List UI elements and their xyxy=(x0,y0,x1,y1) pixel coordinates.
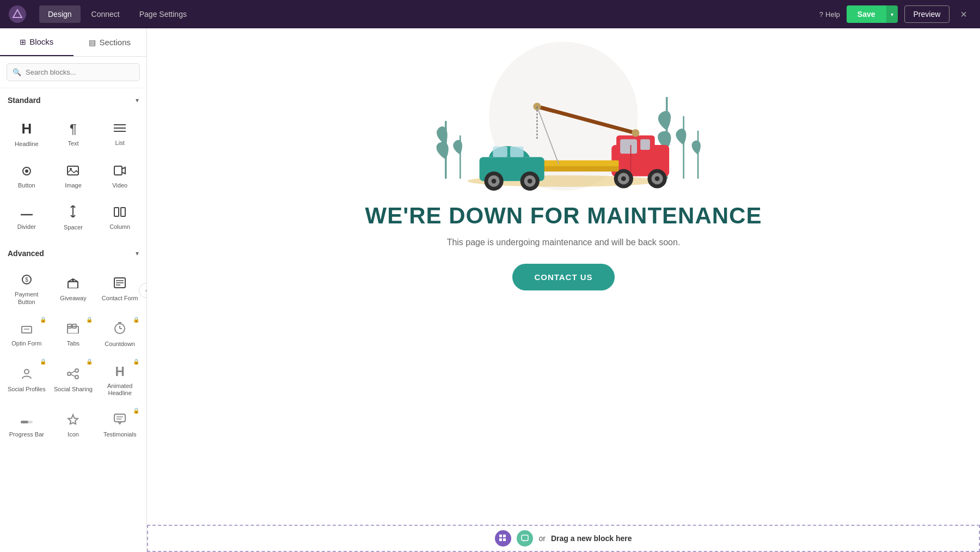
block-text[interactable]: ¶ Text xyxy=(51,112,96,154)
svg-rect-77 xyxy=(503,538,506,541)
blocks-tab-icon: ⊞ xyxy=(20,38,26,46)
icon-block-icon xyxy=(67,414,79,428)
search-input[interactable] xyxy=(26,68,134,76)
block-icon[interactable]: Icon xyxy=(51,405,96,444)
countdown-icon xyxy=(114,322,126,337)
nav-tab-connect[interactable]: Connect xyxy=(83,5,128,23)
contact-form-icon xyxy=(114,277,126,292)
svg-rect-10 xyxy=(114,208,119,216)
block-testimonials[interactable]: 🔒 Testimonials xyxy=(97,405,142,444)
block-social-profiles[interactable]: 🔒 Social Profiles xyxy=(4,356,49,403)
svg-rect-66 xyxy=(493,147,507,157)
svg-point-32 xyxy=(75,375,78,379)
svg-line-34 xyxy=(71,374,75,377)
nav-right: ? Help Save ▾ Preview × xyxy=(819,5,971,23)
standard-section-header[interactable]: Standard ▾ xyxy=(0,88,146,110)
svg-rect-7 xyxy=(114,166,122,175)
block-payment-button[interactable]: $ Payment Button xyxy=(4,265,49,311)
svg-point-54 xyxy=(621,176,626,181)
list-label: List xyxy=(115,139,125,147)
preview-button[interactable]: Preview xyxy=(904,5,950,23)
svg-point-15 xyxy=(72,279,74,281)
standard-chevron-icon: ▾ xyxy=(136,96,139,104)
icon-block-label: Icon xyxy=(68,431,79,438)
drag-chat-icon[interactable] xyxy=(517,530,533,547)
block-image[interactable]: Image xyxy=(51,156,96,195)
image-icon xyxy=(67,165,79,179)
spacer-label: Spacer xyxy=(64,224,83,231)
testimonials-icon xyxy=(114,414,126,428)
svg-rect-78 xyxy=(522,535,528,541)
tab-blocks[interactable]: ⊞ Blocks xyxy=(0,28,74,56)
block-video[interactable]: Video xyxy=(97,156,142,195)
maintenance-subtext: This page is undergoing maintenance and … xyxy=(447,238,681,247)
advanced-chevron-icon: ▾ xyxy=(136,250,139,257)
tabs-icon xyxy=(67,323,79,337)
contact-us-button[interactable]: CONTACT US xyxy=(512,264,614,290)
svg-point-4 xyxy=(25,169,28,173)
nav-tab-page-settings[interactable]: Page Settings xyxy=(131,5,195,23)
social-sharing-label: Social Sharing xyxy=(54,386,93,393)
search-wrap: 🔍 xyxy=(7,63,140,81)
social-sharing-icon xyxy=(67,368,79,383)
giveaway-label: Giveaway xyxy=(60,295,86,302)
svg-point-61 xyxy=(632,129,639,137)
sidebar: ⊞ Blocks ▤ Sections 🔍 Standard ▾ H Head xyxy=(0,28,147,552)
save-button[interactable]: Save xyxy=(847,5,886,23)
svg-point-31 xyxy=(68,372,71,375)
logo-icon[interactable] xyxy=(9,5,26,23)
canvas-area: WE'RE DOWN FOR MAINTENANCE This page is … xyxy=(147,28,980,552)
svg-rect-74 xyxy=(499,535,502,537)
testimonials-label: Testimonials xyxy=(103,431,137,438)
block-spacer[interactable]: Spacer xyxy=(51,197,96,237)
svg-point-57 xyxy=(655,176,660,181)
video-label: Video xyxy=(112,182,127,189)
standard-label: Standard xyxy=(8,96,41,105)
nav-tab-design[interactable]: Design xyxy=(39,5,81,23)
social-profiles-label: Social Profiles xyxy=(8,386,46,393)
sidebar-tabs: ⊞ Blocks ▤ Sections xyxy=(0,28,146,57)
advanced-block-grid: $ Payment Button Giveaway Contact Form xyxy=(0,263,146,448)
optin-form-icon xyxy=(21,323,32,337)
tab-sections[interactable]: ▤ Sections xyxy=(74,28,147,56)
advanced-section-header[interactable]: Advanced ▾ xyxy=(0,241,146,263)
drag-or-label: or xyxy=(538,534,545,543)
drag-grid-icon[interactable] xyxy=(495,530,511,547)
block-animated-headline[interactable]: 🔒 H Animated Headline xyxy=(97,356,142,403)
save-dropdown-button[interactable]: ▾ xyxy=(886,5,898,23)
svg-rect-67 xyxy=(510,147,524,157)
countdown-lock-icon: 🔒 xyxy=(133,317,139,323)
svg-line-33 xyxy=(71,371,75,373)
block-progress-bar[interactable]: Progress Bar xyxy=(4,405,49,444)
close-button[interactable]: × xyxy=(956,6,971,23)
top-nav: Design Connect Page Settings ? Help Save… xyxy=(0,0,980,28)
search-icon: 🔍 xyxy=(13,68,21,76)
divider-icon xyxy=(21,206,33,220)
progress-bar-icon xyxy=(21,414,33,428)
payment-button-icon: $ xyxy=(21,274,33,288)
payment-button-label: Payment Button xyxy=(7,291,46,305)
block-countdown[interactable]: 🔒 Countdown xyxy=(97,314,142,354)
animated-headline-label: Animated Headline xyxy=(100,383,139,397)
block-giveaway[interactable]: Giveaway xyxy=(51,265,96,311)
block-optin-form[interactable]: 🔒 Optin Form xyxy=(4,314,49,354)
block-contact-form[interactable]: Contact Form xyxy=(97,265,142,311)
svg-rect-11 xyxy=(121,208,125,216)
testimonials-lock-icon: 🔒 xyxy=(133,408,139,414)
save-button-group: Save ▾ xyxy=(847,5,898,23)
block-button[interactable]: Button xyxy=(4,156,49,195)
block-divider[interactable]: Divider xyxy=(4,197,49,237)
svg-point-73 xyxy=(528,179,532,184)
block-social-sharing[interactable]: 🔒 Social Sharing xyxy=(51,356,96,403)
block-list[interactable]: List xyxy=(97,112,142,154)
main-area: ⊞ Blocks ▤ Sections 🔍 Standard ▾ H Head xyxy=(0,28,980,552)
block-column[interactable]: Column xyxy=(97,197,142,237)
tow-truck-illustration xyxy=(384,39,743,203)
block-headline[interactable]: H Headline xyxy=(4,112,49,154)
social-profiles-lock-icon: 🔒 xyxy=(40,359,46,365)
help-button[interactable]: ? Help xyxy=(819,10,840,19)
advanced-label: Advanced xyxy=(8,249,44,258)
block-tabs[interactable]: 🔒 Tabs xyxy=(51,314,96,354)
progress-bar-label: Progress Bar xyxy=(9,431,44,438)
optin-form-label: Optin Form xyxy=(11,340,41,347)
